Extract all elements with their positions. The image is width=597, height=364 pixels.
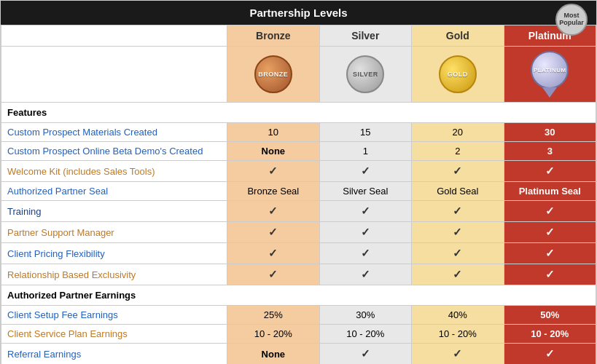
welcome-kit-label: Welcome Kit (includes Sales Tools) — [1, 161, 227, 182]
service-plan-gold: 10 - 20% — [412, 325, 504, 344]
training-platinum: ✓ — [504, 201, 596, 222]
custom-online-platinum: 3 — [504, 142, 596, 161]
welcome-kit-gold: ✓ — [412, 161, 504, 182]
partner-support-gold: ✓ — [412, 222, 504, 243]
service-plan-platinum: 10 - 20% — [504, 325, 596, 344]
welcome-kit-silver: ✓ — [319, 161, 411, 182]
custom-prospect-row: Custom Prospect Materials Created 10 15 … — [1, 123, 596, 142]
setup-fee-label: Client Setup Fee Earnings — [1, 306, 227, 325]
referral-row: Referral Earnings None ✓ ✓ ✓ — [1, 344, 596, 365]
empty-header — [1, 25, 227, 47]
features-section-header: Features — [1, 103, 596, 123]
authorized-seal-label: Authorized Partner Seal — [1, 182, 227, 201]
pricing-flex-bronze: ✓ — [227, 243, 319, 264]
gold-medal-cell: GOLD — [412, 47, 504, 103]
training-label: Training — [1, 201, 227, 222]
training-silver: ✓ — [319, 201, 411, 222]
custom-online-silver: 1 — [319, 142, 411, 161]
relationship-label: Relationship Based Exclusivity — [1, 264, 227, 285]
authorized-seal-row: Authorized Partner Seal Bronze Seal Silv… — [1, 182, 596, 201]
service-plan-row: Client Service Plan Earnings 10 - 20% 10… — [1, 325, 596, 344]
setup-fee-bronze: 25% — [227, 306, 319, 325]
relationship-gold: ✓ — [412, 264, 504, 285]
gold-header: Gold — [412, 25, 504, 47]
relationship-row: Relationship Based Exclusivity ✓ ✓ ✓ ✓ — [1, 264, 596, 285]
custom-online-label: Custom Prospect Online Beta Demo's Creat… — [1, 142, 227, 161]
referral-silver: ✓ — [319, 344, 411, 365]
silver-medal-cell: SILVER — [319, 47, 411, 103]
custom-prospect-silver: 15 — [319, 123, 411, 142]
welcome-kit-row: Welcome Kit (includes Sales Tools) ✓ ✓ ✓… — [1, 161, 596, 182]
silver-medal: SILVER — [346, 55, 384, 93]
referral-gold: ✓ — [412, 344, 504, 365]
gold-medal: GOLD — [439, 55, 477, 93]
pricing-flex-gold: ✓ — [412, 243, 504, 264]
platinum-medal: PLATINUM — [531, 51, 569, 89]
training-bronze: ✓ — [227, 201, 319, 222]
setup-fee-row: Client Setup Fee Earnings 25% 30% 40% 50… — [1, 306, 596, 325]
custom-prospect-bronze: 10 — [227, 123, 319, 142]
bronze-medal-cell: BRONZE — [227, 47, 319, 103]
custom-prospect-label: Custom Prospect Materials Created — [1, 123, 227, 142]
referral-bronze: None — [227, 344, 319, 365]
custom-prospect-platinum: 30 — [504, 123, 596, 142]
bronze-header: Bronze — [227, 25, 319, 47]
silver-header: Silver — [319, 25, 411, 47]
referral-label: Referral Earnings — [1, 344, 227, 365]
pricing-flex-label: Client Pricing Flexibility — [1, 243, 227, 264]
setup-fee-gold: 40% — [412, 306, 504, 325]
training-row: Training ✓ ✓ ✓ ✓ — [1, 201, 596, 222]
custom-online-gold: 2 — [412, 142, 504, 161]
partnership-table: Partnership Levels MostPopular Bronze Si… — [0, 0, 597, 364]
tier-header-row: Bronze Silver Gold Platinum — [1, 25, 596, 47]
features-header-cell: Features — [1, 103, 596, 123]
setup-fee-silver: 30% — [319, 306, 411, 325]
partner-support-row: Partner Support Manager ✓ ✓ ✓ ✓ — [1, 222, 596, 243]
authorized-seal-gold: Gold Seal — [412, 182, 504, 201]
custom-online-row: Custom Prospect Online Beta Demo's Creat… — [1, 142, 596, 161]
platinum-medal-cell: PLATINUM — [504, 47, 596, 103]
welcome-kit-bronze: ✓ — [227, 161, 319, 182]
service-plan-bronze: 10 - 20% — [227, 325, 319, 344]
training-gold: ✓ — [412, 201, 504, 222]
partner-support-silver: ✓ — [319, 222, 411, 243]
authorized-seal-bronze: Bronze Seal — [227, 182, 319, 201]
earnings-header-cell: Authorized Partner Earnings — [1, 285, 596, 306]
platinum-medal-wrap: PLATINUM — [531, 51, 569, 98]
partner-support-bronze: ✓ — [227, 222, 319, 243]
custom-online-bronze: None — [227, 142, 319, 161]
partner-support-label: Partner Support Manager — [1, 222, 227, 243]
earnings-section-header: Authorized Partner Earnings — [1, 285, 596, 306]
relationship-silver: ✓ — [319, 264, 411, 285]
pricing-flex-silver: ✓ — [319, 243, 411, 264]
authorized-seal-silver: Silver Seal — [319, 182, 411, 201]
most-popular-badge: MostPopular — [555, 4, 588, 36]
bronze-medal: BRONZE — [254, 55, 292, 93]
welcome-kit-platinum: ✓ — [504, 161, 596, 182]
relationship-platinum: ✓ — [504, 264, 596, 285]
setup-fee-platinum: 50% — [504, 306, 596, 325]
platinum-ribbon — [542, 87, 557, 98]
table-title: Partnership Levels — [249, 7, 347, 19]
service-plan-label: Client Service Plan Earnings — [1, 325, 227, 344]
medal-label-cell — [1, 47, 227, 103]
partner-support-platinum: ✓ — [504, 222, 596, 243]
medal-row: BRONZE SILVER GOLD PLATINUM — [1, 47, 596, 103]
authorized-seal-platinum: Platinum Seal — [504, 182, 596, 201]
pricing-flex-platinum: ✓ — [504, 243, 596, 264]
pricing-flex-row: Client Pricing Flexibility ✓ ✓ ✓ ✓ — [1, 243, 596, 264]
custom-prospect-gold: 20 — [412, 123, 504, 142]
referral-platinum: ✓ — [504, 344, 596, 365]
service-plan-silver: 10 - 20% — [319, 325, 411, 344]
table-header: Partnership Levels MostPopular — [1, 1, 596, 25]
relationship-bronze: ✓ — [227, 264, 319, 285]
